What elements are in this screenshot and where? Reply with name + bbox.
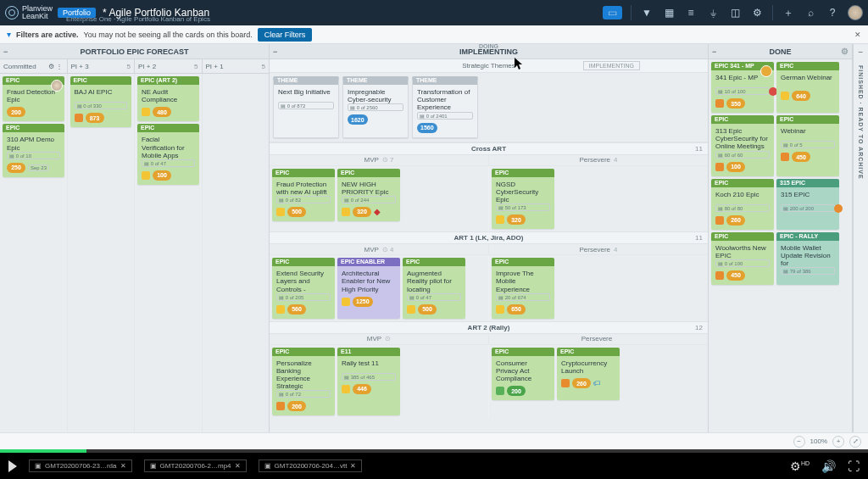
done-column: EPIC 341 - MP341 Epic - MP▤ 10 of 100350… <box>709 59 852 287</box>
swimlane-header[interactable]: ART 2 (Rally)12 <box>270 321 708 334</box>
theme-card[interactable]: THEMENext Big Initiative▤ 0 of 872 <box>273 76 339 138</box>
epic-card[interactable]: EPIC ENABLERArchitectural Enabler for Ne… <box>337 258 400 319</box>
epic-card[interactable]: EPICFraud Protection with new AI uplift▤… <box>272 169 335 221</box>
search-icon[interactable]: ⌕ <box>804 6 817 19</box>
fullscreen-icon[interactable]: ⛶ <box>848 460 860 473</box>
epic-card[interactable]: EPICConsumer Privacy Act Compliance200 <box>492 348 554 401</box>
zoom-out-icon[interactable]: − <box>793 436 805 448</box>
video-player: ▣ GMT20200706-23…rda ✕ ▣ GMT20200706-2…m… <box>0 449 868 479</box>
epic-card[interactable]: EPICBAJ AI EPIC▤ 0 of 330873 <box>70 76 132 127</box>
epic-card[interactable]: EPIC313 Epic CyberSecurity for Online Me… <box>711 115 774 176</box>
collapse-icon[interactable]: − <box>273 47 277 56</box>
theme-card[interactable]: THEMETransformation of Customer Experien… <box>412 76 478 138</box>
epic-card[interactable]: EPIC310 APM Demo Epic▤ 0 of 10250Sep 23 <box>3 124 64 176</box>
epic-card[interactable]: EPICImprove The Mobile Experience▤ 20 of… <box>492 258 554 319</box>
zoom-pct: 100% <box>810 437 827 445</box>
collapse-icon[interactable]: − <box>859 47 864 57</box>
epic-card[interactable]: EPICPersonalize Banking Experience Strat… <box>272 348 335 416</box>
epic-card[interactable]: E11Rally test 11▤ 385 of 465446 <box>337 348 400 416</box>
board-subtitle: Enterprise One · Agile Portfolio Kanban … <box>66 15 210 23</box>
kanban-board: − PORTFOLIO EPIC FORECAST Committed⚙ ⋮ P… <box>0 44 853 432</box>
lane-done: − DONE ⚙ + EPIC 341 - MP341 Epic - MP▤ 1… <box>709 44 853 432</box>
themes-header: Strategic Themes IMPLEMENTING <box>270 59 708 73</box>
epic-card[interactable]: EPIC - RALLYMobile Wallet Update Revisio… <box>776 232 839 285</box>
settings-icon[interactable]: ⚙ <box>750 6 764 19</box>
filter-icon[interactable]: ▼ <box>640 6 654 19</box>
board-layout-icon[interactable]: ▦ <box>662 6 676 19</box>
top-nav: Planview LeanKit Portfolio * Agile Portf… <box>0 0 868 25</box>
brand: Planview LeanKit <box>5 5 53 20</box>
clear-filters-button[interactable]: Clear Filters <box>258 28 313 42</box>
themes-tab[interactable]: IMPLEMENTING <box>583 61 640 70</box>
lane-implementing-header: − DOING IMPLEMENTING <box>270 44 708 59</box>
card-count-icon[interactable]: ▭ <box>603 6 622 19</box>
lane-forecast-header: − PORTFOLIO EPIC FORECAST <box>0 44 269 59</box>
collapse-icon[interactable]: − <box>712 47 716 56</box>
zoom-bar: − 100% + ⤢ <box>0 432 868 449</box>
settings-icon[interactable]: ⚙HD <box>790 460 810 473</box>
epic-card[interactable]: EPICFacial Verification for Mobile Apps▤… <box>137 124 199 185</box>
epic-card[interactable]: EPICWebinar▤ 0 of 5450 <box>776 115 839 176</box>
analytics-icon[interactable]: ◫ <box>728 6 742 19</box>
col-committed: EPICFraud Detection Epic200EPIC310 APM D… <box>0 74 68 432</box>
epic-card[interactable]: 315 EPIC315 EPIC▤ 200 of 200 <box>776 179 839 230</box>
col-pi2: EPIC (ART 2)NE Audit Compliance480EPICFa… <box>135 74 203 432</box>
user-avatar[interactable] <box>848 5 863 20</box>
help-icon[interactable]: ? <box>826 6 839 19</box>
progress-bar[interactable] <box>0 449 868 453</box>
swimlane-header[interactable]: Cross ART11 <box>270 142 708 155</box>
volume-icon[interactable]: 🔊 <box>821 460 836 473</box>
epic-card[interactable]: EPICGerman Webinar640 <box>776 62 839 113</box>
collapse-icon[interactable]: − <box>3 47 8 56</box>
epic-card[interactable]: EPICCryptocurrency Launch260🏷 <box>557 348 620 401</box>
epic-card[interactable]: EPICFraud Detection Epic200 <box>3 76 64 121</box>
filter-msg: You may not be seeing all the cards on t… <box>84 31 253 39</box>
doing-label: DOING <box>479 43 498 49</box>
lane-forecast: − PORTFOLIO EPIC FORECAST Committed⚙ ⋮ P… <box>0 44 270 432</box>
sublane-pi3[interactable]: PI + 35 <box>68 59 136 73</box>
gear-icon[interactable]: ⚙ <box>841 47 849 56</box>
add-icon[interactable]: ＋ <box>782 6 795 19</box>
file-tab[interactable]: ▣ GMT20200706-23…rda ✕ <box>29 460 132 472</box>
zoom-in-icon[interactable]: + <box>832 436 844 448</box>
filter-bar: ▾ Filters are active. You may not be see… <box>0 25 868 44</box>
lane-forecast-title: PORTFOLIO EPIC FORECAST <box>80 47 188 56</box>
sublane-pi2[interactable]: PI + 25 <box>135 59 203 73</box>
brand-logo-icon <box>5 6 19 19</box>
list-icon[interactable]: ≡ <box>684 6 698 19</box>
epic-card[interactable]: EPICAugmented Reality pilot for locating… <box>403 258 465 319</box>
finished-label: FINISHED · READY TO ARCHIVE <box>858 65 864 180</box>
brand-line2: LeanKit <box>22 12 48 20</box>
epic-card[interactable]: EPICWoolworths New EPIC▤ 0 of 100450 <box>711 232 774 285</box>
sublane-pi1[interactable]: PI + 15 <box>203 59 270 73</box>
sublane-committed[interactable]: Committed⚙ ⋮ <box>0 59 68 73</box>
col-pi3: EPICBAJ AI EPIC▤ 0 of 330873 <box>68 74 136 432</box>
file-tab[interactable]: ▣ GMT20200706-204…vtt ✕ <box>259 460 363 472</box>
epic-card[interactable]: EPIC (ART 2)NE Audit Compliance480 <box>137 76 199 121</box>
finished-strip: − FINISHED · READY TO ARCHIVE <box>853 44 868 432</box>
chart-icon[interactable]: ⏚ <box>706 6 720 19</box>
theme-card[interactable]: THEMEImpregnable Cyber-security▤ 0 of 25… <box>342 76 409 138</box>
lane-done-header: − DONE ⚙ + <box>709 44 852 59</box>
file-tab[interactable]: ▣ GMT20200706-2…mp4 ✕ <box>144 460 247 472</box>
epic-card[interactable]: EPICNGSD CyberSecurity Epic▤ 50 of 17332… <box>492 169 554 230</box>
epic-card[interactable]: EPICKoch 210 Epic▤ 80 of 80260 <box>711 179 774 230</box>
themes-title: Strategic Themes <box>462 62 515 70</box>
epic-card[interactable]: EPICExtend Security Layers and Controls … <box>272 258 335 319</box>
swimlane-header[interactable]: ART 1 (LK, Jira, ADO)11 <box>270 231 708 244</box>
epic-card[interactable]: EPIC 341 - MP341 Epic - MP▤ 10 of 100350 <box>711 62 774 113</box>
themes-row: THEMENext Big Initiative▤ 0 of 872THEMEI… <box>270 73 708 142</box>
funnel-icon: ▾ <box>7 30 11 39</box>
col-pi1 <box>203 74 270 432</box>
epic-card[interactable]: EPICNEW HIGH PRIORITY Epic▤ 0 of 244320◆ <box>337 169 400 221</box>
zoom-fit-icon[interactable]: ⤢ <box>849 436 861 448</box>
lane-implementing: − DOING IMPLEMENTING Strategic Themes IM… <box>270 44 709 432</box>
lane-done-title: DONE <box>769 47 791 56</box>
nav-icons: ▭ ▼ ▦ ≡ ⏚ ◫ ⚙ ＋ ⌕ ? <box>603 5 863 20</box>
play-icon[interactable] <box>8 460 17 472</box>
close-filterbar-icon[interactable]: ✕ <box>854 31 861 39</box>
filter-active-label: Filters are active. <box>16 31 79 39</box>
